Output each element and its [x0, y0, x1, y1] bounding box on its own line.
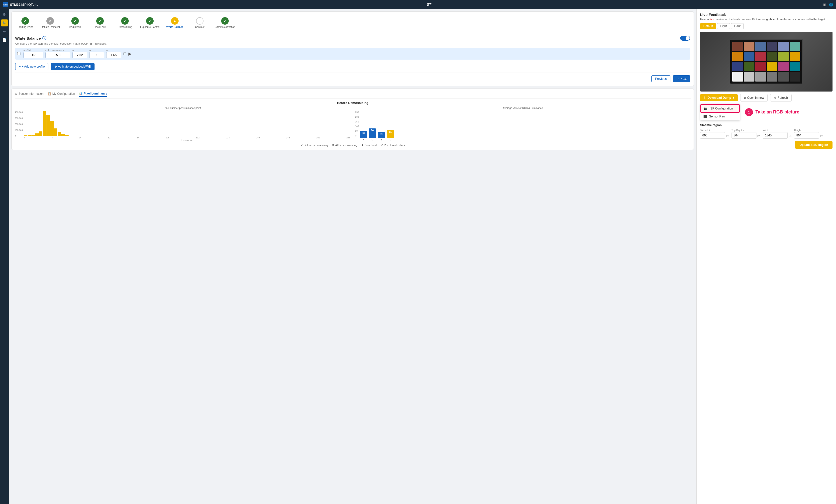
- profile-cell-r: R: [72, 49, 87, 58]
- step-demosaicing[interactable]: ✓ Demosaicing: [115, 17, 135, 28]
- cc-cell-6: [790, 42, 800, 51]
- step-white-balance[interactable]: ● White Balance: [165, 17, 185, 28]
- tab-sensor-info[interactable]: ⚙ Sensor information: [15, 92, 44, 97]
- top-left-x-input[interactable]: [700, 132, 725, 139]
- profile-id-input[interactable]: [23, 52, 43, 58]
- profile-cell-id: Profile id: [23, 49, 43, 58]
- monitor-icon[interactable]: ▣: [823, 3, 826, 6]
- step-label-black-level: Black Level: [94, 26, 106, 28]
- step-circle-white-balance: ●: [171, 17, 178, 25]
- top-right-y-input[interactable]: [732, 132, 757, 139]
- histogram-with-axis: 400,000 300,000 200,000 100,000 0 4: [15, 111, 350, 141]
- callout-text: Take an RGB picture: [756, 110, 799, 115]
- take-rgb-callout: 1 Take an RGB picture: [745, 108, 799, 116]
- sidebar-icon-sliders[interactable]: [1, 19, 8, 26]
- step-bad-pixels[interactable]: ✓ Bad pixels: [65, 17, 85, 28]
- sidebar-icon-waveform[interactable]: ∿: [1, 28, 8, 35]
- add-new-profile-button[interactable]: + + Add new profile: [15, 63, 49, 70]
- step-statistic-removal[interactable]: ⊘ Statistic Removal: [40, 17, 60, 28]
- before-demosaicing-btn[interactable]: ↺ Before demosaicing: [301, 143, 328, 147]
- step-contrast[interactable]: Contrast: [190, 17, 210, 28]
- step-circle-black-level: ✓: [96, 17, 104, 25]
- tab-pixel-luminance[interactable]: 📊 Pixel Luminance: [79, 92, 107, 97]
- hist-bar-5: [43, 111, 46, 136]
- chart-controls: ↺ Before demosaicing ↺ After demosaicing…: [15, 143, 690, 147]
- g-input[interactable]: [89, 52, 104, 58]
- hist-bar-6: [46, 115, 50, 136]
- after-demosaicing-btn[interactable]: ↺ After demosaicing: [332, 143, 357, 147]
- step-exposure-control[interactable]: ✓ Exposure Control: [140, 17, 160, 28]
- step-starting-point[interactable]: ✓ Starting Point: [15, 17, 35, 28]
- wb-actions: + + Add new profile ⊕ Activate embedded …: [15, 63, 690, 70]
- dropdown-isp-config[interactable]: 📷 ISP Configuration: [700, 104, 740, 113]
- live-feedback-title: Live Feedback: [700, 13, 833, 17]
- recalculate-btn[interactable]: ↗ Recalculate stats: [381, 143, 405, 147]
- dropdown-sensor-raw[interactable]: ⬛ Sensor Raw: [700, 113, 740, 120]
- sidebar: ⚙ ∿ 📄: [0, 9, 9, 504]
- theme-dark-btn[interactable]: Dark: [731, 23, 744, 29]
- download-dump-label: Download Dump: [707, 96, 731, 99]
- cc-cell-9: [755, 52, 766, 61]
- color-temp-input[interactable]: [45, 52, 70, 58]
- step-label-exposure-control: Exposure Control: [140, 26, 159, 28]
- theme-default-btn[interactable]: Default: [700, 23, 716, 29]
- theme-light-btn[interactable]: Light: [717, 23, 730, 29]
- tab-my-config[interactable]: 📋 My Configuration: [48, 92, 75, 97]
- sidebar-icon-tuning[interactable]: ⚙: [1, 11, 8, 18]
- open-new-icon: ⧉: [744, 96, 746, 99]
- next-label: Next: [680, 77, 687, 80]
- st-logo: ST: [427, 2, 435, 7]
- cc-cell-12: [790, 52, 800, 61]
- bottom-card: ⚙ Sensor information 📋 My Configuration …: [12, 89, 694, 150]
- awb-icon: ⊕: [54, 65, 57, 68]
- svg-point-7: [4, 22, 5, 23]
- table-grid-icon[interactable]: ⊞: [123, 51, 127, 56]
- wb-toggle[interactable]: [680, 36, 690, 41]
- app-body: ⚙ ∿ 📄 ✓ Starting Point: [0, 9, 836, 504]
- step-label-contrast: Contrast: [195, 26, 205, 28]
- height-input[interactable]: [794, 132, 819, 139]
- download-dump-button[interactable]: ⬇ Download Dump ▾: [700, 94, 738, 101]
- update-stat-region-button[interactable]: Update Stat. Region: [795, 141, 833, 149]
- open-in-new-button[interactable]: ⧉ Open in new: [740, 94, 768, 101]
- live-feedback-desc: Have a live preview on the host computer…: [700, 18, 833, 21]
- hist-bar-10: [61, 134, 65, 136]
- previous-button[interactable]: Previous: [651, 75, 671, 82]
- svg-point-6: [3, 22, 4, 23]
- charts-area: Pixel number per luminance point 400,000…: [15, 107, 690, 141]
- cc-cell-21: [755, 72, 766, 81]
- next-button[interactable]: → Next: [673, 75, 690, 82]
- cc-cell-18: [790, 62, 800, 72]
- avg-chart-bars: 42 R 74: [360, 111, 690, 141]
- sensor-info-icon: ⚙: [15, 92, 17, 96]
- play-icon[interactable]: ▶: [129, 51, 131, 56]
- step-label-white-balance: White Balance: [166, 26, 183, 28]
- width-input[interactable]: [763, 132, 787, 139]
- step-label-starting-point: Starting Point: [18, 26, 33, 28]
- globe-icon[interactable]: 🌐: [829, 3, 833, 6]
- activate-awb-button[interactable]: ⊕ Activate embedded AWB: [51, 63, 94, 70]
- theme-buttons: Default Light Dark: [700, 23, 833, 29]
- recalculate-icon: ↗: [381, 143, 383, 147]
- cc-cell-13: [732, 62, 743, 72]
- sidebar-icon-document[interactable]: 📄: [1, 36, 8, 43]
- refresh-button[interactable]: ↺ Refresh: [770, 94, 792, 101]
- download-btn[interactable]: ⬇ Download: [361, 143, 377, 147]
- cc-cell-11: [778, 52, 789, 61]
- wb-info-icon[interactable]: i: [42, 36, 46, 40]
- b-input[interactable]: [106, 52, 121, 58]
- profile-checkbox[interactable]: [17, 52, 20, 55]
- cc-cell-4: [767, 42, 777, 51]
- my-config-icon: 📋: [48, 92, 51, 96]
- after-dem-icon: ↺: [332, 143, 334, 147]
- hist-bar-9: [58, 132, 61, 136]
- avg-chart-container: Average value of RGB & Luminance 255 200…: [355, 107, 690, 141]
- download-icon: ⬇: [361, 143, 363, 147]
- step-black-level[interactable]: ✓ Black Level: [90, 17, 110, 28]
- avg-bar-r: 42 R: [360, 105, 367, 141]
- step-gamma-correction[interactable]: ✓ Gamma correction: [215, 17, 235, 28]
- app-title: STM32 ISP IQTune: [10, 3, 38, 6]
- stat-top-right-y: Top Right Y px: [732, 129, 760, 139]
- cc-cell-22: [767, 72, 777, 81]
- r-input[interactable]: [72, 52, 87, 58]
